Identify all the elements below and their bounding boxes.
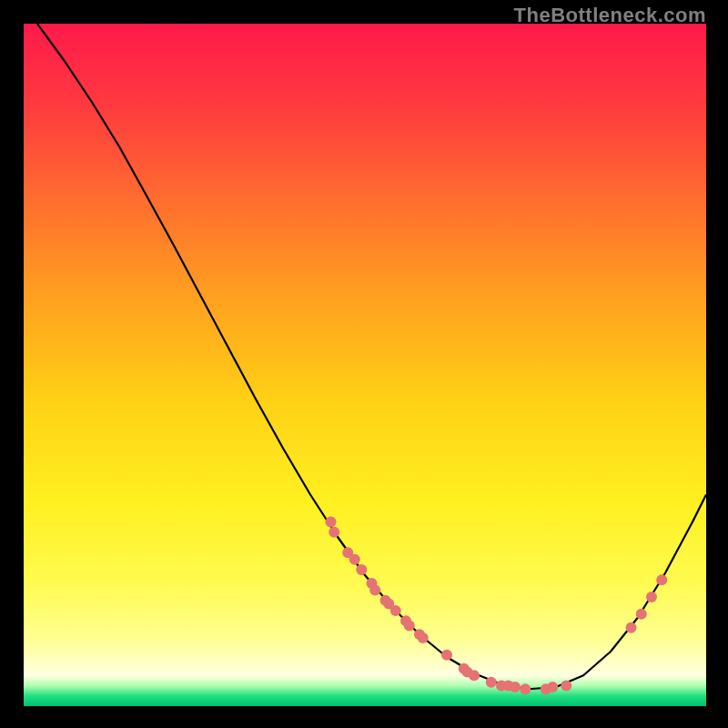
data-point xyxy=(656,574,667,585)
data-point xyxy=(520,683,531,694)
data-point xyxy=(561,681,571,692)
data-point xyxy=(547,682,558,693)
data-point xyxy=(356,564,367,575)
data-point xyxy=(369,585,380,596)
data-point xyxy=(326,517,337,528)
chart-svg xyxy=(24,24,706,706)
data-point xyxy=(418,632,429,643)
data-point xyxy=(329,527,339,538)
data-point xyxy=(636,609,647,620)
data-point xyxy=(404,621,415,632)
data-point xyxy=(390,605,401,616)
chart-plot-area xyxy=(24,24,706,706)
data-point xyxy=(441,650,452,661)
data-point xyxy=(626,622,637,633)
data-point xyxy=(646,592,657,602)
data-point xyxy=(469,670,480,681)
data-point xyxy=(510,682,521,693)
data-point xyxy=(349,554,360,565)
data-point xyxy=(486,677,497,688)
gradient-background xyxy=(24,24,706,706)
